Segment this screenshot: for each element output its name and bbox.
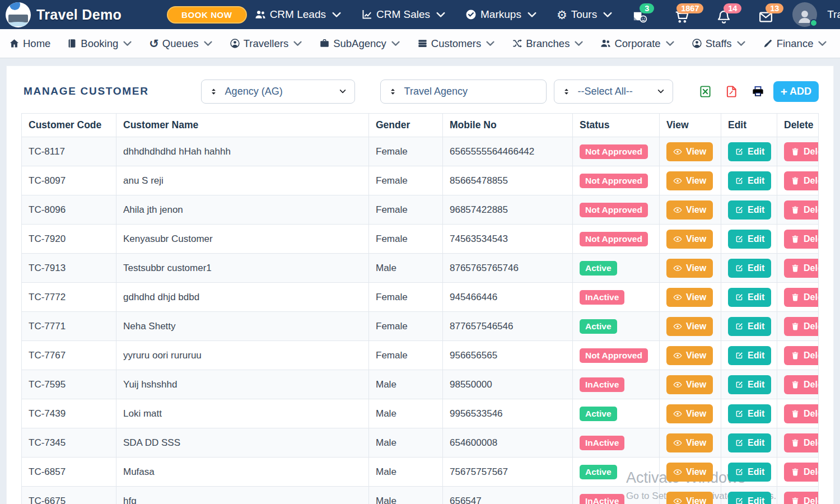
edit-button[interactable]: Edit <box>728 142 771 161</box>
delete-button[interactable]: Delete <box>784 463 819 482</box>
edit-button[interactable]: Edit <box>728 171 771 190</box>
nav-item-finance[interactable]: Finance <box>763 38 828 50</box>
customer-code-cell: TC-7767 <box>22 341 116 370</box>
messages-button[interactable]: 13 <box>758 10 773 27</box>
status-cell: Active <box>573 312 660 341</box>
view-button[interactable]: View <box>666 142 713 161</box>
nav-item-branches[interactable]: Branches <box>512 38 584 50</box>
status-cell: InActive <box>573 428 660 458</box>
view-button[interactable]: View <box>666 171 713 190</box>
edit-button[interactable]: Edit <box>728 463 771 482</box>
export-pdf-button[interactable] <box>725 85 738 98</box>
edit-button[interactable]: Edit <box>728 404 771 423</box>
menu-crm-sales[interactable]: CRM Sales <box>361 8 446 21</box>
export-excel-button[interactable] <box>699 85 712 98</box>
pencil-square-icon <box>735 351 744 360</box>
chart-line-icon <box>361 9 372 20</box>
view-button[interactable]: View <box>666 463 713 482</box>
print-button[interactable] <box>752 85 764 98</box>
edit-button[interactable]: Edit <box>728 230 771 249</box>
view-button[interactable]: View <box>666 317 713 336</box>
nav-item-booking[interactable]: Booking <box>67 38 133 50</box>
plus-icon: + <box>781 86 787 97</box>
gender-cell: Female <box>369 341 443 370</box>
book-now-button[interactable]: BOOK NOW <box>167 6 247 24</box>
view-button[interactable]: View <box>666 200 713 220</box>
status-badge: InActive <box>580 377 624 392</box>
nav-label: SubAgency <box>333 38 386 50</box>
delete-button[interactable]: Delete <box>784 433 819 452</box>
user-circle-icon <box>692 38 702 49</box>
nav-item-home[interactable]: Home <box>9 38 50 50</box>
delete-button[interactable]: Delete <box>784 317 819 336</box>
nav-item-customers[interactable]: Customers <box>417 38 496 50</box>
delete-cell: Delete <box>777 283 819 312</box>
feedback-button[interactable]: 3 <box>632 10 647 27</box>
edit-button[interactable]: Edit <box>728 433 771 452</box>
pencil-square-icon <box>735 176 744 185</box>
delete-button[interactable]: Delete <box>784 288 819 307</box>
edit-button[interactable]: Edit <box>728 375 771 394</box>
add-customer-button[interactable]: + ADD <box>773 81 819 102</box>
delete-button-label: Delete <box>804 438 819 448</box>
nav-item-queues[interactable]: ↺ Queues <box>149 38 213 50</box>
nav-item-travellers[interactable]: Travellers <box>230 38 304 50</box>
nav-item-corporate[interactable]: Corporate <box>600 38 675 50</box>
menu-tours[interactable]: ⚙ Tours <box>557 8 613 21</box>
view-button[interactable]: View <box>666 375 713 394</box>
nav-item-subagency[interactable]: SubAgency <box>319 38 401 50</box>
delete-button[interactable]: Delete <box>784 171 819 190</box>
delete-button[interactable]: Delete <box>784 375 819 394</box>
delete-button[interactable]: Delete <box>784 404 819 423</box>
delete-button[interactable]: Delete <box>784 142 819 161</box>
menu-markups[interactable]: Markups <box>465 8 538 21</box>
cart-button[interactable]: 1867 <box>674 10 689 27</box>
edit-cell: Edit <box>721 370 777 399</box>
status-cell: InActive <box>573 487 660 504</box>
delete-button[interactable]: Delete <box>784 259 819 278</box>
agency-type-select[interactable]: Agency (AG) <box>201 80 355 104</box>
delete-button[interactable]: Delete <box>784 230 819 249</box>
delete-cell: Delete <box>777 458 819 487</box>
table-row: TC-7439 Loki matt Male 9956533546 Active… <box>22 399 819 428</box>
view-cell: View <box>660 195 721 225</box>
delete-button[interactable]: Delete <box>784 346 819 365</box>
edit-button-label: Edit <box>748 292 764 302</box>
chevron-down-icon <box>665 38 675 49</box>
edit-button[interactable]: Edit <box>728 200 771 220</box>
delete-button[interactable]: Delete <box>784 200 819 220</box>
eye-icon <box>673 409 682 418</box>
delete-cell: Delete <box>777 137 819 166</box>
view-button[interactable]: View <box>666 288 713 307</box>
eye-icon <box>673 322 682 331</box>
customer-code-cell: TC-7913 <box>22 254 116 283</box>
edit-cell: Edit <box>721 137 777 166</box>
edit-button[interactable]: Edit <box>728 317 771 336</box>
agency-select[interactable]: Travel Agency <box>380 80 547 104</box>
view-button[interactable]: View <box>666 404 713 423</box>
filter-toolbar: MANAGE CUSTOMER Agency (AG) Travel Agenc… <box>21 78 819 104</box>
edit-button[interactable]: Edit <box>728 492 771 504</box>
user-avatar[interactable] <box>792 2 817 27</box>
edit-button[interactable]: Edit <box>728 259 771 278</box>
menu-crm-leads[interactable]: CRM Leads <box>255 8 342 21</box>
notifications-button[interactable]: 14 <box>716 10 731 27</box>
view-button[interactable]: View <box>666 492 713 504</box>
view-button[interactable]: View <box>666 433 713 452</box>
chevron-down-icon <box>526 9 538 20</box>
view-button[interactable]: View <box>666 346 713 365</box>
edit-button[interactable]: Edit <box>728 346 771 365</box>
pen-icon <box>763 38 773 49</box>
customer-code-cell: TC-6857 <box>22 458 116 487</box>
chevron-down-icon <box>435 9 446 20</box>
delete-button-label: Delete <box>804 263 819 273</box>
view-button[interactable]: View <box>666 230 713 249</box>
delete-button[interactable]: Delete <box>784 492 819 504</box>
view-button[interactable]: View <box>666 259 713 278</box>
status-filter-select[interactable]: --Select All-- <box>554 80 673 104</box>
logo-dot <box>10 2 20 10</box>
edit-button[interactable]: Edit <box>728 288 771 307</box>
view-cell: View <box>660 283 721 312</box>
edit-button-label: Edit <box>748 409 764 419</box>
nav-item-staffs[interactable]: Staffs <box>692 38 746 50</box>
